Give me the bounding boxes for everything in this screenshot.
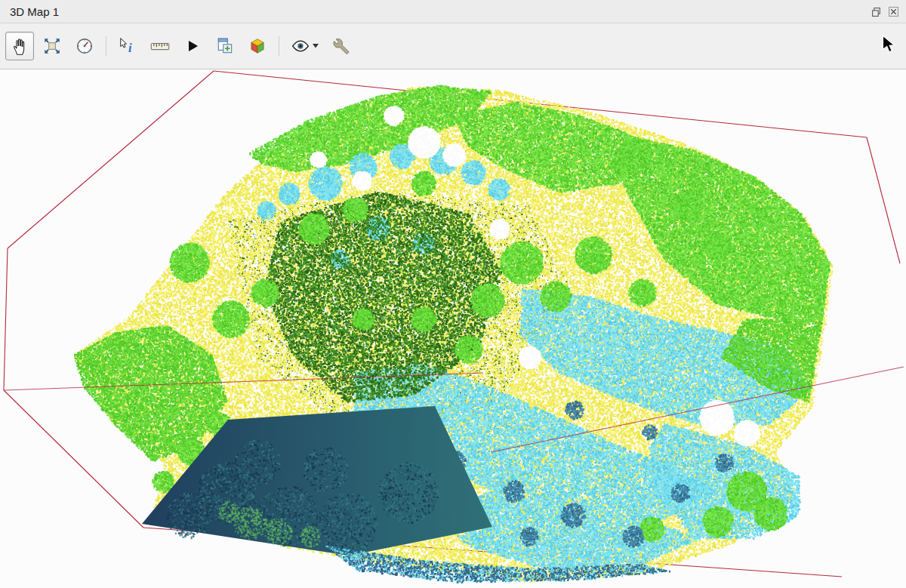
svg-text:i: i <box>128 42 132 55</box>
measure-line-button[interactable] <box>146 32 174 60</box>
float-window-button[interactable] <box>871 6 882 17</box>
animations-button[interactable] <box>178 32 207 60</box>
toolbar-separator <box>279 36 279 56</box>
toolbar-separator <box>106 36 106 56</box>
window-controls <box>871 6 899 17</box>
dropdown-arrow-icon <box>313 44 319 48</box>
cube-3d-export-icon <box>248 36 267 56</box>
titlebar[interactable]: 3D Map 1 <box>0 0 906 23</box>
identify-button[interactable]: i <box>113 32 142 60</box>
panel-title: 3D Map 1 <box>10 5 59 18</box>
identify-icon: i <box>118 36 137 56</box>
3d-map-panel: 3D Map 1 <box>0 0 906 588</box>
pan-hand-icon <box>10 36 30 57</box>
eye-effects-icon <box>291 36 310 56</box>
toolbar: i <box>0 23 906 69</box>
measure-ruler-icon <box>149 35 171 57</box>
configure-button[interactable] <box>326 32 355 60</box>
camera-pan-button[interactable] <box>5 32 34 60</box>
export-3d-scene-button[interactable] <box>243 32 272 60</box>
zoom-full-icon <box>42 36 62 56</box>
close-icon <box>889 7 898 17</box>
point-cloud-scene[interactable] <box>0 69 906 587</box>
camera-rotation-button[interactable] <box>70 32 99 60</box>
zoom-full-button[interactable] <box>38 32 66 60</box>
3d-viewport[interactable] <box>0 69 906 588</box>
save-as-image-button[interactable] <box>211 32 239 60</box>
compass-icon <box>75 36 94 56</box>
float-window-icon <box>871 7 881 17</box>
save-image-icon <box>215 36 235 56</box>
wrench-configure-icon <box>331 36 350 56</box>
play-animation-icon <box>183 37 202 55</box>
effects-button[interactable] <box>286 32 322 60</box>
close-button[interactable] <box>888 6 899 17</box>
